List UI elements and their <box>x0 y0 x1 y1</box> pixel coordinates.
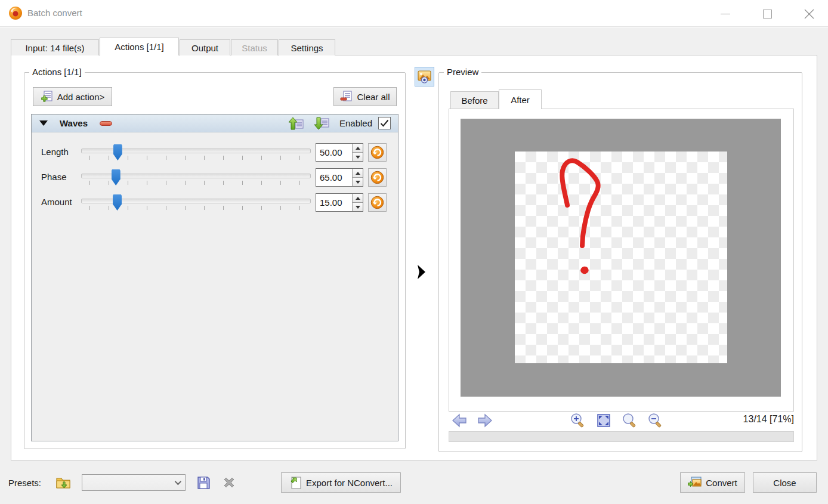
convert-button[interactable]: Convert <box>680 472 745 493</box>
actions-group-title: Actions [1/1] <box>29 67 85 77</box>
slider-ticks <box>89 181 308 185</box>
export-icon <box>289 475 302 490</box>
amount-slider[interactable] <box>81 193 311 212</box>
tab-input[interactable]: Input: 14 file(s) <box>11 39 99 55</box>
check-icon <box>380 119 389 127</box>
tab-status: Status <box>231 39 278 55</box>
close-label: Close <box>773 478 796 488</box>
convert-icon <box>688 476 702 489</box>
param-row-amount: Amount 15.00 <box>32 193 398 212</box>
close-icon <box>804 9 814 19</box>
add-action-button[interactable]: Add action> <box>33 87 112 106</box>
spin-up-button[interactable] <box>353 194 363 203</box>
action-header[interactable]: Waves Enabled <box>32 115 398 132</box>
spin-value[interactable]: 50.00 <box>316 144 352 161</box>
spin-down-icon <box>356 156 360 159</box>
preview-group-title: Preview <box>444 67 481 77</box>
delete-preset-button[interactable] <box>221 474 237 491</box>
close-dialog-button[interactable]: Close <box>753 472 817 493</box>
spin-down-icon <box>356 206 360 209</box>
clear-all-label: Clear all <box>357 92 390 102</box>
spin-up-icon <box>356 197 360 200</box>
spin-value[interactable]: 15.00 <box>316 194 352 211</box>
phase-slider[interactable] <box>81 168 311 187</box>
action-name: Waves <box>60 118 88 128</box>
zoom-in-button[interactable] <box>570 413 586 428</box>
previous-image-button[interactable] <box>452 413 467 428</box>
spin-value[interactable]: 65.00 <box>316 169 352 186</box>
convert-label: Convert <box>706 478 737 488</box>
close-button[interactable] <box>797 7 821 20</box>
add-action-label: Add action> <box>57 92 105 102</box>
add-action-icon <box>41 90 54 103</box>
save-icon <box>196 475 211 490</box>
phase-spinbox[interactable]: 65.00 <box>316 168 363 187</box>
amount-reset-button[interactable] <box>368 193 387 212</box>
next-image-button[interactable] <box>477 413 493 428</box>
maximize-button[interactable] <box>755 7 779 20</box>
export-label: Export for NConvert... <box>306 478 393 488</box>
collapse-caret-icon[interactable] <box>39 120 48 126</box>
preview-image-panel <box>449 109 794 412</box>
tab-actions[interactable]: Actions [1/1] <box>100 38 179 55</box>
fit-to-window-button[interactable] <box>596 413 611 428</box>
spin-up-button[interactable] <box>353 144 363 153</box>
param-label: Amount <box>41 197 72 207</box>
param-label: Phase <box>41 172 67 182</box>
minimize-button[interactable] <box>713 7 737 20</box>
spin-down-icon <box>356 181 360 184</box>
save-preset-button[interactable] <box>195 474 212 491</box>
delete-x-icon <box>222 475 236 490</box>
preview-image-view[interactable] <box>461 119 781 397</box>
action-item-waves: Waves Enabled Length <box>31 114 398 441</box>
spin-down-button[interactable] <box>353 178 363 186</box>
preview-scrollbar[interactable] <box>449 431 794 442</box>
preview-toggle-button[interactable] <box>415 67 434 86</box>
zoom-out-button[interactable] <box>648 413 663 428</box>
spin-up-icon <box>356 147 360 150</box>
remove-action-icon[interactable] <box>100 121 112 126</box>
spin-down-button[interactable] <box>353 203 363 211</box>
slider-ticks <box>89 156 308 160</box>
tab-before[interactable]: Before <box>450 91 499 109</box>
presets-label: Presets: <box>8 478 41 488</box>
chevron-down-icon <box>175 478 181 485</box>
length-reset-button[interactable] <box>368 143 387 162</box>
spin-up-icon <box>356 172 360 175</box>
slider-ticks <box>89 206 308 210</box>
enabled-label: Enabled <box>339 118 372 128</box>
move-up-icon[interactable] <box>288 116 304 131</box>
param-label: Length <box>41 147 69 157</box>
tab-settings[interactable]: Settings <box>279 39 335 55</box>
zoom-original-button[interactable] <box>622 413 638 428</box>
clear-all-icon <box>340 90 353 103</box>
load-preset-button[interactable] <box>54 474 72 491</box>
batch-convert-window: Batch convert Input: 14 file(s) Actions … <box>0 0 828 504</box>
maximize-icon <box>763 10 772 18</box>
reset-icon <box>370 196 384 209</box>
reset-icon <box>370 146 384 159</box>
preview-image <box>515 151 727 363</box>
param-row-phase: Phase 65.00 <box>32 168 398 187</box>
spin-down-button[interactable] <box>353 153 363 161</box>
reset-icon <box>370 171 384 184</box>
move-down-icon[interactable] <box>314 116 329 131</box>
enabled-checkbox[interactable] <box>378 117 391 129</box>
combo-dropdown-button[interactable] <box>169 480 185 485</box>
phase-reset-button[interactable] <box>368 168 387 187</box>
clear-all-button[interactable]: Clear all <box>333 87 397 106</box>
export-nconvert-button[interactable]: Export for NConvert... <box>281 472 401 493</box>
tab-output[interactable]: Output <box>180 39 230 55</box>
amount-spinbox[interactable]: 15.00 <box>316 193 363 212</box>
minimize-icon <box>721 14 730 14</box>
presets-combobox[interactable] <box>82 474 186 491</box>
preview-toggle-icon <box>417 69 432 84</box>
length-slider[interactable] <box>81 143 311 162</box>
spin-up-button[interactable] <box>353 169 363 178</box>
tab-after[interactable]: After <box>499 89 542 109</box>
red-scribble-drawing <box>515 151 727 363</box>
preview-status: 13/14 [71%] <box>743 414 794 425</box>
length-spinbox[interactable]: 50.00 <box>316 143 363 162</box>
presets-folder-icon <box>55 475 71 490</box>
app-icon <box>8 5 23 21</box>
